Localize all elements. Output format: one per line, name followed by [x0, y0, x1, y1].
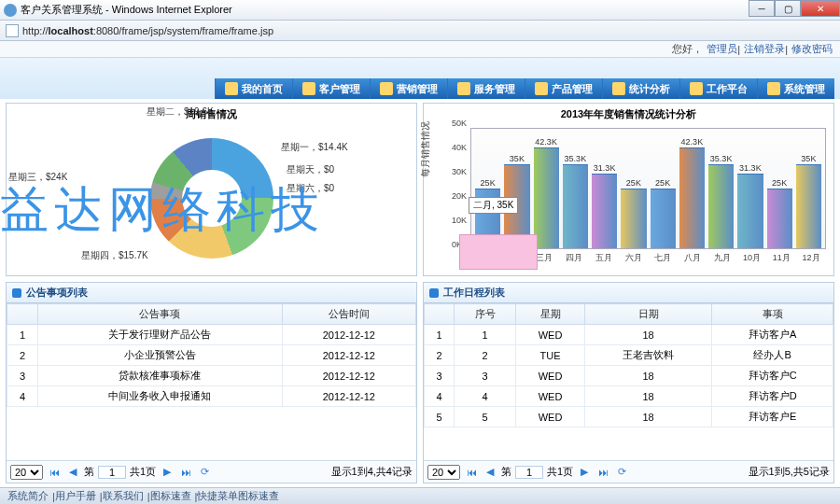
window-titlebar: 客户关系管理系统 - Windows Internet Explorer ─ ▢… [0, 0, 840, 21]
bar-chart-panel: 2013年年度销售情况统计分析 每月销售情况 0K10K20K30K40K50K… [423, 103, 834, 276]
donut-label: 星期三，$24K [8, 171, 67, 184]
footer-links: 系统简介 | 用户手册 | 联系我们 | 图标速查 | 快捷菜单图标速查 [0, 487, 840, 504]
menu-item[interactable]: 服务管理 [447, 78, 525, 99]
main-menu: 我的首页客户管理营销管理服务管理产品管理统计分析工作平台系统管理 [215, 78, 834, 99]
window-title: 客户关系管理系统 - Windows Internet Explorer [21, 3, 232, 17]
menu-icon [535, 82, 548, 95]
menu-item[interactable]: 产品管理 [525, 78, 602, 99]
schedule-pager: 20 ⏮ ◀ 第 共1页 ▶ ⏭ ⟳ 显示1到5,共5记录 [424, 460, 833, 483]
table-row[interactable]: 22TUE王老吉饮料经办人B [425, 345, 833, 366]
current-user[interactable]: 管理员 [707, 42, 737, 56]
legend-box [459, 234, 538, 270]
menu-icon [225, 82, 238, 95]
menu-item[interactable]: 营销管理 [370, 78, 447, 99]
change-password-link[interactable]: 修改密码 [791, 42, 833, 56]
pager-first-icon[interactable]: ⏮ [464, 465, 479, 480]
pager-prev-icon[interactable]: ◀ [65, 465, 80, 480]
banner: 我的首页客户管理营销管理服务管理产品管理统计分析工作平台系统管理 [0, 58, 840, 99]
footer-link[interactable]: 快捷菜单图标速查 [197, 489, 279, 503]
donut-label: 星期一，$14.4K [281, 141, 348, 154]
bar: 42.3K [534, 147, 559, 248]
bar: 25K [621, 189, 646, 248]
menu-icon [612, 82, 625, 95]
menu-item[interactable]: 我的首页 [215, 78, 292, 99]
pager-next-icon[interactable]: ▶ [577, 465, 592, 480]
table-row[interactable]: 2小企业预警公告2012-12-12 [7, 345, 416, 366]
y-tick: 50K [452, 119, 467, 128]
bar: 25K [651, 189, 676, 248]
y-tick: 20K [452, 191, 467, 201]
footer-link[interactable]: 图标速查 [150, 489, 191, 503]
announcements-pager: 20 ⏮ ◀ 第 共1页 ▶ ⏭ ⟳ 显示1到4,共4记录 [7, 460, 416, 483]
pager-last-icon[interactable]: ⏭ [595, 465, 610, 480]
address-bar: http://localhost:8080/frame/jsp/system/f… [0, 21, 840, 41]
page-input[interactable] [98, 466, 126, 479]
table-row[interactable]: 11WED18拜访客户A [425, 325, 833, 345]
pager-first-icon[interactable]: ⏮ [47, 465, 62, 480]
menu-icon [690, 82, 703, 95]
page-input[interactable] [515, 466, 543, 479]
url-field[interactable]: http://localhost:8080/frame/jsp/system/f… [22, 25, 834, 36]
minimize-button[interactable]: ─ [749, 0, 775, 17]
page-size-select[interactable]: 20 [427, 465, 460, 480]
donut-label: 星期天，$0 [287, 163, 334, 176]
table-row[interactable]: 1关于发行理财产品公告2012-12-12 [7, 325, 416, 345]
y-tick: 30K [452, 167, 467, 176]
pager-last-icon[interactable]: ⏭ [178, 465, 193, 480]
bar: 31.3K [592, 174, 617, 248]
pager-next-icon[interactable]: ▶ [160, 465, 175, 480]
bar: 25K [767, 189, 792, 248]
pager-refresh-icon[interactable]: ⟳ [614, 465, 629, 480]
menu-item[interactable]: 统计分析 [602, 78, 679, 99]
bar: 35.3K [708, 164, 734, 248]
close-button[interactable]: ✕ [801, 0, 840, 17]
menu-item[interactable]: 工作平台 [679, 78, 757, 99]
page-icon [6, 24, 19, 37]
menu-icon [302, 82, 315, 95]
donut-label: 星期二，$19.6K [147, 105, 214, 119]
app-icon [4, 4, 17, 17]
table-row[interactable]: 44WED18拜访客户D [425, 386, 833, 407]
maximize-button[interactable]: ▢ [775, 0, 801, 17]
table-row[interactable]: 55WED18拜访客户E [425, 407, 833, 427]
menu-icon [380, 82, 393, 95]
table-row[interactable]: 3贷款核准事项标准2012-12-12 [7, 366, 416, 386]
donut-label: 星期四，$15.7K [81, 249, 148, 262]
announcements-panel: 公告事项列表 公告事项公告时间1关于发行理财产品公告2012-12-122小企业… [6, 282, 417, 483]
bar-ylabel: 每月销售情况 [419, 121, 432, 177]
donut-chart [137, 125, 287, 272]
logout-link[interactable]: 注销登录 [744, 42, 785, 56]
menu-icon [767, 82, 780, 95]
y-tick: 40K [452, 143, 467, 152]
bar: 35.3K [563, 164, 588, 248]
menu-icon [457, 82, 470, 95]
table-row[interactable]: 4中间业务收入申报通知2012-12-12 [7, 386, 416, 407]
bar: 31.3K [737, 174, 763, 248]
bar: 42.3K [679, 147, 705, 248]
pager-info: 显示1到4,共4记录 [331, 465, 413, 479]
bar-tooltip: 二月, 35K [469, 197, 518, 214]
bar-chart: 25K35K42.3K35.3K31.3K25K25K42.3K35.3K31.… [470, 128, 826, 249]
schedule-table: 序号星期日期事项11WED18拜访客户A22TUE王老吉饮料经办人B33WED1… [424, 303, 833, 427]
schedule-panel: 工作日程列表 序号星期日期事项11WED18拜访客户A22TUE王老吉饮料经办人… [423, 282, 834, 483]
bar-title: 2013年年度销售情况统计分析 [427, 107, 830, 121]
user-strip: 您好， 管理员 | 注销登录 | 修改密码 [0, 41, 840, 58]
donut-chart-panel: 周销售情况 星期二，$19.6K星期一，$14.4K星期天，$0星期六，$0星期… [6, 103, 417, 276]
announcements-table: 公告事项公告时间1关于发行理财产品公告2012-12-122小企业预警公告201… [7, 303, 416, 407]
announcements-header: 公告事项列表 [7, 283, 416, 303]
footer-link[interactable]: 联系我们 [103, 489, 144, 503]
pager-info: 显示1到5,共5记录 [749, 465, 830, 479]
donut-label: 星期六，$0 [287, 182, 334, 195]
page-size-select[interactable]: 20 [10, 465, 43, 480]
schedule-header: 工作日程列表 [424, 283, 833, 303]
table-row[interactable]: 33WED18拜访客户C [425, 366, 833, 386]
menu-item[interactable]: 客户管理 [292, 78, 370, 99]
bar: 35K [796, 164, 821, 248]
footer-link[interactable]: 系统简介 [7, 489, 49, 503]
pager-refresh-icon[interactable]: ⟳ [197, 465, 212, 480]
menu-item[interactable]: 系统管理 [757, 78, 834, 99]
y-tick: 10K [452, 216, 467, 225]
pager-prev-icon[interactable]: ◀ [483, 465, 497, 480]
footer-link[interactable]: 用户手册 [55, 489, 96, 503]
